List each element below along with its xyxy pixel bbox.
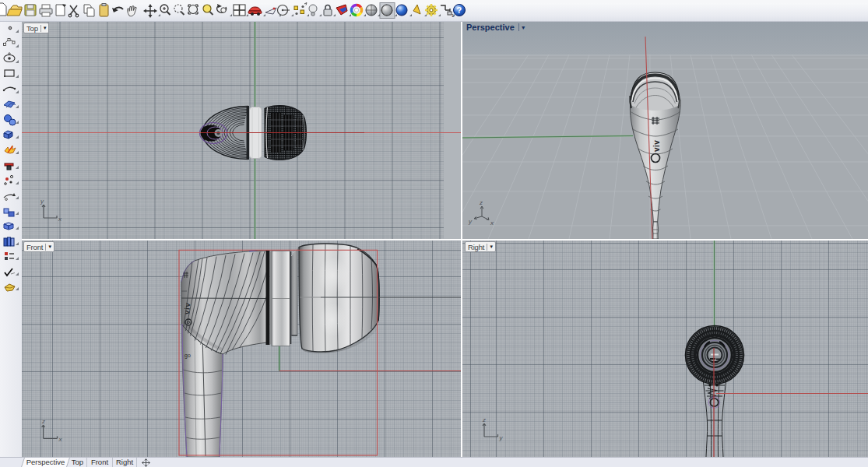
svg-text:z: z <box>479 199 483 206</box>
svg-text:viv: viv <box>652 140 661 152</box>
svg-text:?: ? <box>457 5 462 15</box>
svg-text:y: y <box>499 434 504 441</box>
svg-text:z: z <box>482 416 486 423</box>
svg-text:y: y <box>40 198 44 205</box>
svg-text:x: x <box>58 436 63 443</box>
svg-text:go: go <box>184 353 191 359</box>
svg-text:viv: viv <box>183 302 192 314</box>
svg-text:z: z <box>41 418 45 425</box>
svg-text:x: x <box>58 216 62 223</box>
